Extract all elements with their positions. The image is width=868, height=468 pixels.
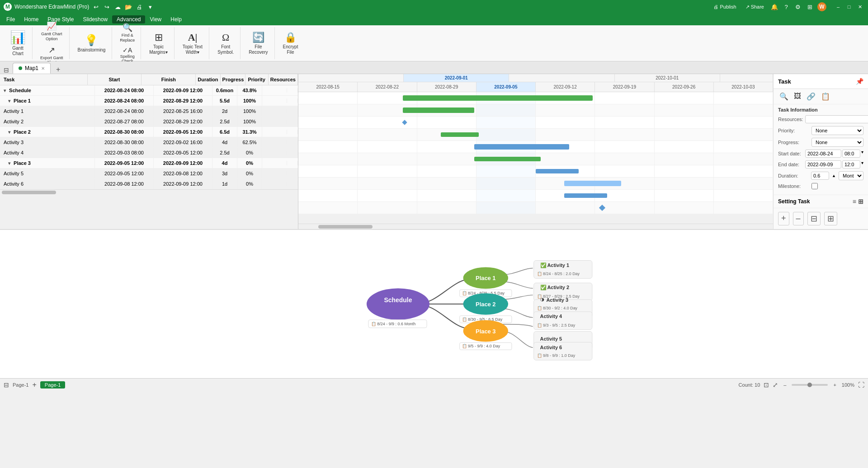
task-grid2-icon[interactable]: ⊞ <box>824 212 837 225</box>
brainstorming-btn[interactable]: 💡 Brainstorming <box>75 30 108 57</box>
expand-arrow[interactable]: ▾ <box>4 88 6 93</box>
maximize-btn[interactable]: □ <box>844 2 854 11</box>
expand-icon[interactable]: ⤢ <box>773 381 778 388</box>
table-row[interactable]: Activity 3 2022-08-30 08:00 2022-09-02 1… <box>0 137 298 148</box>
duration-spin-up[interactable]: ▲ <box>832 173 836 178</box>
end-time-input[interactable] <box>842 160 860 168</box>
date-highlight: 2022-09-01 <box>404 74 509 82</box>
zoom-in-btn[interactable]: + <box>831 382 838 388</box>
sidebar-link-icon[interactable]: 🔗 <box>805 91 817 102</box>
expand-arrow[interactable]: ▾ <box>8 161 10 166</box>
table-row[interactable]: ▾ Place 3 2022-09-05 12:00 2022-09-09 12… <box>0 158 298 168</box>
publish-btn[interactable]: 🖨 Publish <box>711 3 739 10</box>
close-btn[interactable]: ✕ <box>855 2 864 11</box>
sidebar-pin-icon[interactable]: 📌 <box>856 78 863 85</box>
scrollbar-thumb[interactable] <box>2 191 56 194</box>
table-row[interactable]: ▾ Place 1 2022-08-24 08:00 2022-08-29 12… <box>0 96 298 106</box>
font-symbol-btn[interactable]: Ω FontSymbol. <box>215 30 236 57</box>
tab-map1[interactable]: Map1 ✕ <box>13 63 51 74</box>
start-time-input[interactable] <box>842 150 860 158</box>
user-avatar[interactable]: W <box>817 2 826 11</box>
topic-margins-btn[interactable]: ⊞ TopicMargins▾ <box>146 30 170 57</box>
open-file-btn[interactable]: 📂 <box>124 3 132 11</box>
mindmap-panel-icon[interactable]: ⊟ <box>4 66 9 74</box>
fullscreen-icon[interactable]: ⛶ <box>858 381 864 388</box>
setting-list-icon[interactable]: ≡ <box>853 198 856 205</box>
topic-text-width-btn[interactable]: A| Topic TextWidth▾ <box>180 30 205 57</box>
bg-cell <box>655 178 714 189</box>
menu-view[interactable]: View <box>145 15 166 23</box>
sidebar-image-icon[interactable]: 🖼 <box>793 91 802 102</box>
table-row[interactable]: ▾ Place 2 2022-08-30 08:00 2022-09-05 12… <box>0 127 298 137</box>
table-row[interactable]: Activity 6 2022-09-08 12:00 2022-09-09 1… <box>0 179 298 189</box>
act2-label: Activity 2 <box>547 285 569 290</box>
start-date-input[interactable] <box>805 150 841 158</box>
bg-cell <box>536 202 595 214</box>
table-row[interactable]: Activity 2 2022-08-27 08:00 2022-08-29 1… <box>0 117 298 127</box>
task-start-place2: 2022-08-30 08:00 <box>95 127 154 137</box>
expand-arrow[interactable]: ▾ <box>8 130 10 135</box>
undo-btn[interactable]: ↩ <box>92 3 100 11</box>
settings-icon[interactable]: ⚙ <box>794 3 802 11</box>
bg-cell <box>358 129 417 140</box>
bg-cell <box>655 104 714 116</box>
end-date-down[interactable]: ▾ <box>861 160 863 168</box>
encrypt-file-btn[interactable]: 🔒 EncryptFile <box>280 30 301 57</box>
bell-icon[interactable]: 🔔 <box>770 3 778 11</box>
progress-select[interactable]: None <box>811 138 863 147</box>
start-date-down[interactable]: ▾ <box>861 150 863 158</box>
zoom-out-btn[interactable]: – <box>782 382 788 388</box>
gantt-chart-btn[interactable]: 📊 GanttChart <box>7 30 28 57</box>
sidebar-search-icon[interactable]: 🔍 <box>778 91 790 102</box>
milestone-checkbox[interactable] <box>811 183 818 189</box>
save-cloud-btn[interactable]: ☁ <box>113 3 122 11</box>
help-btn[interactable]: ? <box>782 3 790 11</box>
menu-file[interactable]: File <box>2 15 19 23</box>
gantt-scrollbar-h[interactable] <box>0 189 298 195</box>
gantt-chart-option-btn[interactable]: 📈 Gantt ChartOption <box>39 20 65 43</box>
print-btn[interactable]: 🖨 <box>135 3 143 11</box>
redo-btn[interactable]: ↪ <box>103 3 111 11</box>
add-page-btn[interactable]: + <box>32 381 36 389</box>
ribbon-group-filerecovery: 🔄 FileRecovery <box>242 27 274 59</box>
bar-place2 <box>474 144 569 150</box>
menu-help[interactable]: Help <box>166 15 186 23</box>
chart-date-header-top: 2022-09-01 2022-10-01 <box>298 74 773 82</box>
expand-arrow[interactable]: ▾ <box>8 98 10 103</box>
duration-input[interactable] <box>811 172 829 180</box>
current-page-tab[interactable]: Page-1 <box>40 381 65 388</box>
chart-scrollbar-h[interactable] <box>298 224 773 229</box>
date-0905: 2022-09-05 <box>476 82 536 92</box>
share-btn[interactable]: ↗ Share <box>743 3 767 11</box>
menu-slideshow[interactable]: Slideshow <box>78 15 112 23</box>
overflow-btn[interactable]: ▾ <box>146 3 154 11</box>
topic-text-width-icon: A| <box>188 32 198 43</box>
task-remove-icon[interactable]: – <box>793 212 804 225</box>
end-date-input[interactable] <box>805 160 841 168</box>
file-recovery-btn[interactable]: 🔄 FileRecovery <box>246 30 270 57</box>
bg-cell <box>476 117 536 128</box>
table-row[interactable]: ▾ Schedule 2022-08-24 08:00 2022-09-09 1… <box>0 85 298 96</box>
find-replace-btn[interactable]: 🔍 Find &Replace <box>118 21 137 44</box>
sidebar-task-icon[interactable]: 📋 <box>820 91 831 102</box>
bg-cell <box>417 202 476 214</box>
table-row[interactable]: Activity 1 2022-08-24 08:00 2022-08-25 1… <box>0 106 298 117</box>
task-add-icon[interactable]: + <box>778 212 789 225</box>
fit-icon[interactable]: ⊡ <box>764 381 769 388</box>
task-grid1-icon[interactable]: ⊟ <box>807 212 821 225</box>
table-row[interactable]: Activity 5 2022-09-05 12:00 2022-09-08 1… <box>0 168 298 179</box>
scrollbar-thumb-chart[interactable] <box>318 225 373 229</box>
add-tab-btn[interactable]: + <box>54 66 62 74</box>
tab-close-icon[interactable]: ✕ <box>41 66 45 71</box>
priority-label: Priority: <box>778 128 810 133</box>
panel-toggle-icon[interactable]: ⊟ <box>4 381 9 388</box>
zoom-slider[interactable] <box>792 384 828 386</box>
priority-select[interactable]: None <box>811 126 863 135</box>
setting-grid-icon[interactable]: ⊞ <box>858 198 863 205</box>
grid-icon[interactable]: ⊞ <box>806 3 814 11</box>
duration-unit-select[interactable]: Month Day <box>839 171 863 180</box>
resources-input[interactable] <box>805 115 868 123</box>
node-schedule[interactable] <box>367 288 429 320</box>
minimize-btn[interactable]: – <box>834 2 843 11</box>
table-row[interactable]: Activity 4 2022-09-03 08:00 2022-09-05 1… <box>0 148 298 158</box>
